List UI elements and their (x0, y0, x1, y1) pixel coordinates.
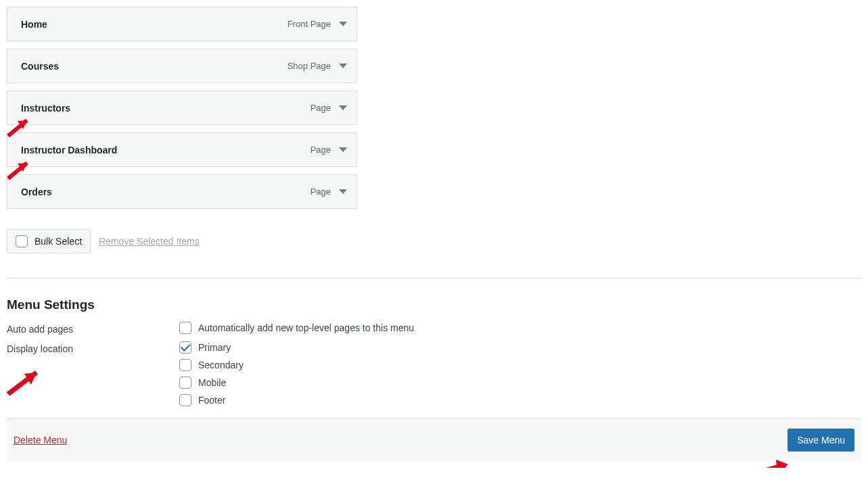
auto-add-option-text: Automatically add new top-level pages to… (198, 322, 414, 333)
menu-item-toggle[interactable]: Page (311, 145, 347, 155)
menu-item-title: Home (21, 19, 47, 30)
bulk-select-button[interactable]: Bulk Select (7, 229, 91, 253)
location-label: Footer (198, 395, 225, 406)
chevron-down-icon (339, 147, 347, 152)
menu-item-type: Page (311, 187, 331, 197)
auto-add-row: Auto add pages Automatically add new top… (7, 322, 861, 335)
display-location-row: Display location Primary Secondary Mobil… (7, 341, 861, 406)
checkbox-icon (179, 394, 191, 406)
display-location-label: Display location (7, 341, 179, 354)
menu-items-list: Home Front Page Courses Shop Page Instru… (7, 7, 357, 209)
menu-item-toggle[interactable]: Shop Page (288, 61, 347, 71)
location-label: Mobile (198, 377, 226, 388)
menu-item-title: Courses (21, 61, 59, 72)
save-menu-button[interactable]: Save Menu (787, 429, 854, 452)
location-secondary-checkbox[interactable]: Secondary (179, 359, 244, 371)
location-primary-checkbox[interactable]: Primary (179, 341, 244, 354)
bulk-select-label: Bulk Select (35, 236, 82, 247)
auto-add-label: Auto add pages (7, 322, 179, 335)
location-label: Secondary (198, 360, 244, 370)
location-footer-checkbox[interactable]: Footer (179, 394, 244, 406)
menu-item-instructors[interactable]: Instructors Page (7, 91, 357, 125)
menu-item-title: Orders (21, 187, 52, 197)
footer-bar: Delete Menu Save Menu (7, 418, 861, 461)
chevron-down-icon (339, 64, 347, 68)
menu-item-toggle[interactable]: Page (311, 103, 347, 113)
chevron-down-icon (339, 22, 347, 26)
menu-item-type: Shop Page (288, 61, 331, 71)
checkbox-icon (179, 377, 191, 389)
menu-item-orders[interactable]: Orders Page (7, 174, 357, 209)
menu-item-type: Page (311, 145, 331, 155)
bulk-actions-row: Bulk Select Remove Selected Items (7, 229, 861, 253)
menu-item-instructor-dashboard[interactable]: Instructor Dashboard Page (7, 132, 357, 167)
menu-item-toggle[interactable]: Page (311, 187, 347, 197)
delete-menu-link[interactable]: Delete Menu (14, 435, 67, 445)
menu-item-title: Instructors (21, 103, 70, 114)
checkbox-icon (179, 359, 191, 371)
chevron-down-icon (339, 105, 347, 110)
remove-selected-link: Remove Selected Items (99, 236, 200, 247)
menu-item-toggle[interactable]: Front Page (288, 19, 347, 29)
location-mobile-checkbox[interactable]: Mobile (179, 377, 244, 389)
menu-item-courses[interactable]: Courses Shop Page (7, 49, 357, 83)
divider (7, 278, 861, 279)
menu-item-title: Instructor Dashboard (21, 145, 117, 155)
menu-item-type: Front Page (288, 19, 331, 29)
menu-item-home[interactable]: Home Front Page (7, 7, 357, 41)
menu-item-type: Page (311, 103, 331, 113)
checkbox-icon (16, 235, 28, 247)
chevron-down-icon (339, 189, 347, 194)
auto-add-checkbox[interactable]: Automatically add new top-level pages to… (179, 322, 414, 334)
checkbox-icon (179, 322, 191, 334)
menu-settings-heading: Menu Settings (7, 297, 861, 312)
location-label: Primary (198, 342, 231, 353)
checkbox-icon (179, 341, 191, 354)
